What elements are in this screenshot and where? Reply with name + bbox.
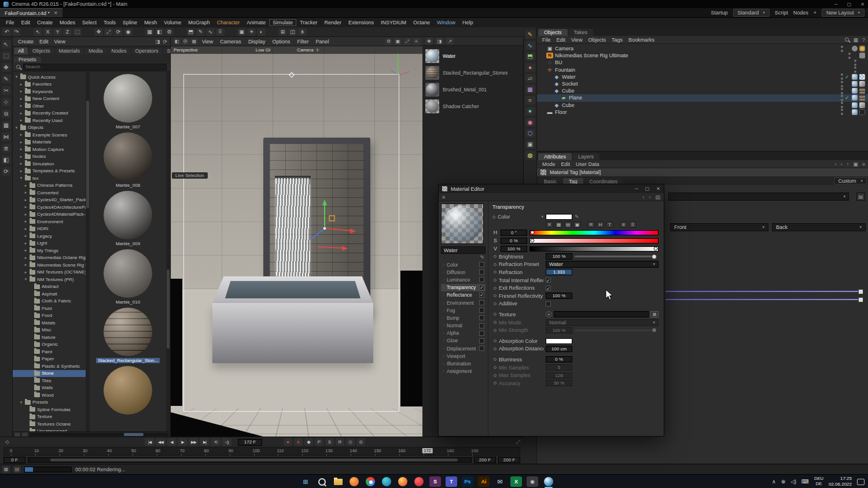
grid-icon[interactable]: ▦ bbox=[2, 121, 11, 130]
viewport-menu-options[interactable]: Options bbox=[269, 39, 293, 45]
channel-row[interactable]: Environment bbox=[441, 299, 486, 306]
om-menu-tags[interactable]: Tags bbox=[609, 37, 625, 43]
render-view-icon[interactable]: ▦ bbox=[145, 28, 154, 36]
excel-icon[interactable]: X bbox=[510, 476, 522, 487]
viewport-menu-display[interactable]: Display bbox=[245, 39, 269, 45]
folder-item[interactable]: Recently Created bbox=[13, 110, 86, 117]
material-thumbnail[interactable]: Marble_008 bbox=[90, 132, 166, 191]
folder-item[interactable]: Keywords bbox=[13, 88, 86, 95]
move-icon[interactable]: ✥ bbox=[2, 63, 11, 72]
folder-item[interactable]: Metals bbox=[13, 319, 86, 327]
property-value-field[interactable]: 1.333 bbox=[546, 269, 572, 275]
property-dropdown[interactable]: Normal▾ bbox=[546, 319, 659, 326]
pen-icon[interactable]: ✎ bbox=[2, 75, 11, 83]
add-material-icon[interactable]: ✚ bbox=[425, 38, 433, 45]
volume-icon[interactable]: ◁) bbox=[790, 479, 796, 485]
om-filter-icon[interactable]: ▦ bbox=[853, 37, 858, 43]
scene-material-item[interactable]: Water bbox=[424, 48, 521, 64]
mail-icon[interactable]: ✉ bbox=[493, 475, 507, 488]
scene-material-thumb[interactable] bbox=[425, 49, 439, 63]
expand-caret-icon[interactable] bbox=[24, 227, 28, 231]
property-value-field[interactable]: 100 cm bbox=[546, 346, 572, 352]
expand-caret-icon[interactable] bbox=[19, 97, 23, 101]
viewport-camera-icon[interactable]: ▣ bbox=[394, 38, 402, 45]
hue-value-field[interactable]: 0 ° bbox=[501, 230, 527, 236]
environment-icon[interactable]: ◐ bbox=[257, 28, 266, 36]
teams-icon[interactable]: T bbox=[446, 476, 457, 487]
channel-label[interactable]: Diffusion bbox=[447, 269, 465, 275]
browser-tab[interactable]: Nodes bbox=[108, 47, 131, 54]
options-icon[interactable]: ▤ bbox=[856, 193, 865, 201]
snap-icon[interactable]: ⋔ bbox=[298, 28, 307, 36]
browser-menu-edit[interactable]: Edit bbox=[37, 39, 51, 45]
viewport-menu-filter[interactable]: Filter bbox=[294, 39, 311, 45]
scene-material-name[interactable]: Brushed_Metal_001 bbox=[443, 87, 487, 93]
panel-tab[interactable]: Takes bbox=[568, 29, 594, 36]
object-label[interactable]: Nikomedias Scene Rig Ultimate bbox=[555, 53, 628, 58]
menu-item[interactable]: Select bbox=[79, 19, 100, 26]
key-scale-button[interactable]: S bbox=[325, 438, 334, 446]
next-key-button[interactable]: ▶▶ bbox=[189, 438, 198, 446]
phong-tag-icon[interactable] bbox=[852, 88, 858, 94]
side-back-dropdown[interactable]: Back ▾ bbox=[772, 223, 866, 231]
hex-mode-button[interactable]: # bbox=[620, 221, 627, 228]
animatable-dot-icon[interactable] bbox=[494, 358, 496, 361]
chevron-down-icon[interactable]: ▾ bbox=[541, 215, 543, 219]
layers-icon[interactable]: ≣ bbox=[2, 144, 11, 153]
me-layout-icon[interactable]: ▤ bbox=[655, 194, 660, 200]
om-menu-objects[interactable]: Objects bbox=[586, 37, 608, 43]
me-close-button[interactable]: ✕ bbox=[656, 186, 660, 191]
hue-slider[interactable] bbox=[529, 230, 659, 235]
visibility-dots[interactable] bbox=[841, 102, 843, 108]
rgb-mode-button[interactable]: R bbox=[587, 221, 595, 228]
menu-item[interactable]: Create bbox=[34, 19, 56, 26]
x-axis-lock-button[interactable]: X bbox=[43, 28, 52, 36]
saturation-slider[interactable] bbox=[529, 238, 659, 243]
layout-add-button[interactable]: + bbox=[814, 10, 816, 16]
object-tree-row[interactable]: Fountain bbox=[537, 66, 868, 73]
edit-pencil-icon[interactable]: ✎ bbox=[480, 254, 484, 260]
custom-dropdown[interactable]: Custom ▾ bbox=[834, 178, 867, 184]
channel-checkbox[interactable] bbox=[479, 308, 484, 313]
viewport-menu-view[interactable]: View bbox=[199, 39, 216, 45]
goto-start-button[interactable]: |◀ bbox=[145, 438, 155, 446]
viewport-maximize-icon[interactable]: ⤢ bbox=[403, 38, 411, 45]
scene-material-item[interactable]: Stacked_Rectangular_Stones bbox=[424, 65, 521, 81]
menu-item[interactable]: MoGraph bbox=[185, 19, 214, 26]
lock-icon[interactable]: ▣ bbox=[853, 161, 858, 167]
viewport-menu-panel[interactable]: Panel bbox=[312, 39, 332, 45]
channel-checkbox[interactable] bbox=[479, 346, 484, 351]
expand-caret-icon[interactable] bbox=[24, 190, 28, 195]
folder-item[interactable]: Nodes bbox=[13, 153, 86, 161]
expand-caret-icon[interactable] bbox=[24, 263, 28, 267]
hud-gi-mode[interactable]: Low GI bbox=[256, 47, 270, 53]
object-tree-row[interactable]: Water bbox=[537, 73, 868, 80]
prev-key-button[interactable]: ◀◀ bbox=[156, 438, 165, 446]
panel-tab[interactable]: Layers bbox=[572, 153, 599, 160]
channel-checkbox[interactable] bbox=[479, 331, 484, 336]
expand-caret-icon[interactable] bbox=[19, 161, 23, 166]
image-mode-button[interactable]: ▣ bbox=[573, 221, 581, 228]
solid-mode-button[interactable]: ▤ bbox=[564, 221, 572, 228]
menu-item[interactable]: Render bbox=[321, 19, 345, 26]
clock[interactable]: 17:25 02.06.2022 bbox=[829, 476, 852, 487]
object-label[interactable]: Floor bbox=[555, 109, 567, 115]
folder-item[interactable]: Asphalt bbox=[13, 290, 86, 298]
folder-item[interactable]: Recently Used bbox=[13, 117, 86, 124]
om-menu-bookmarks[interactable]: Bookmarks bbox=[626, 37, 657, 43]
visibility-dots[interactable] bbox=[841, 73, 843, 80]
material-thumbnail[interactable]: Stacked_Rectangular_Ston... bbox=[90, 308, 166, 366]
status-icon-2[interactable]: ▤ bbox=[13, 466, 21, 473]
channel-checkbox[interactable] bbox=[479, 293, 484, 298]
visibility-dots[interactable] bbox=[841, 88, 843, 94]
mat-stone-tag-icon[interactable] bbox=[859, 95, 865, 101]
visibility-dots[interactable] bbox=[854, 66, 856, 73]
cube-primitive-icon[interactable]: ⬒ bbox=[525, 52, 535, 61]
channel-label[interactable]: Glow bbox=[447, 338, 458, 343]
am-menu-userdata[interactable]: User Data bbox=[573, 161, 602, 167]
channel-label[interactable]: Normal bbox=[447, 323, 462, 328]
split-view-icon[interactable]: ◧ bbox=[2, 156, 11, 164]
expand-caret-icon[interactable] bbox=[19, 140, 23, 145]
viewport-grid-icon[interactable]: ▦ bbox=[190, 38, 198, 45]
property-slider[interactable] bbox=[575, 330, 657, 331]
